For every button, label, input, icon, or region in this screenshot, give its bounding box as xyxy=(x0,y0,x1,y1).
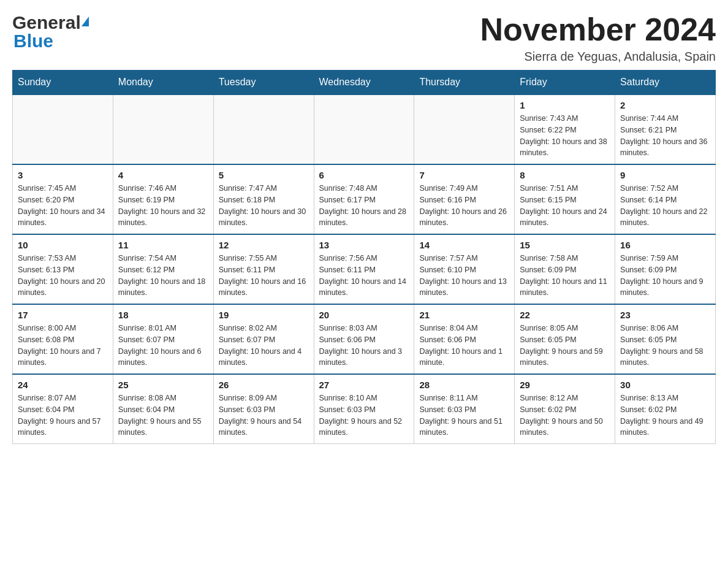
calendar-cell: 11Sunrise: 7:54 AMSunset: 6:12 PMDayligh… xyxy=(113,234,213,304)
calendar-cell xyxy=(113,94,213,164)
calendar-cell: 7Sunrise: 7:49 AMSunset: 6:16 PMDaylight… xyxy=(414,164,515,234)
day-number: 23 xyxy=(620,310,710,320)
day-info: Sunrise: 7:43 AMSunset: 6:22 PMDaylight:… xyxy=(520,113,610,159)
weekday-header-tuesday: Tuesday xyxy=(213,71,314,95)
weekday-header-sunday: Sunday xyxy=(13,71,113,95)
calendar-cell: 26Sunrise: 8:09 AMSunset: 6:03 PMDayligh… xyxy=(213,374,314,444)
weekday-header-wednesday: Wednesday xyxy=(314,71,414,95)
day-number: 18 xyxy=(118,310,208,320)
calendar-week-2: 3Sunrise: 7:45 AMSunset: 6:20 PMDaylight… xyxy=(13,164,716,234)
day-number: 15 xyxy=(520,240,610,250)
calendar-week-1: 1Sunrise: 7:43 AMSunset: 6:22 PMDaylight… xyxy=(13,94,716,164)
day-info: Sunrise: 7:54 AMSunset: 6:12 PMDaylight:… xyxy=(118,253,208,299)
calendar-cell xyxy=(13,94,113,164)
day-info: Sunrise: 7:48 AMSunset: 6:17 PMDaylight:… xyxy=(319,183,409,229)
day-info: Sunrise: 8:08 AMSunset: 6:04 PMDaylight:… xyxy=(118,393,208,439)
day-info: Sunrise: 7:47 AMSunset: 6:18 PMDaylight:… xyxy=(219,183,309,229)
day-number: 10 xyxy=(18,240,108,250)
day-number: 17 xyxy=(18,310,108,320)
day-number: 7 xyxy=(419,170,509,180)
page-title: November 2024 xyxy=(480,12,716,47)
calendar-cell: 27Sunrise: 8:10 AMSunset: 6:03 PMDayligh… xyxy=(314,374,414,444)
calendar-cell xyxy=(314,94,414,164)
page-subtitle: Sierra de Yeguas, Andalusia, Spain xyxy=(480,50,716,64)
day-info: Sunrise: 8:01 AMSunset: 6:07 PMDaylight:… xyxy=(118,323,208,369)
calendar-week-4: 17Sunrise: 8:00 AMSunset: 6:08 PMDayligh… xyxy=(13,304,716,374)
calendar-table: SundayMondayTuesdayWednesdayThursdayFrid… xyxy=(12,70,716,444)
day-info: Sunrise: 8:09 AMSunset: 6:03 PMDaylight:… xyxy=(219,393,309,439)
calendar-cell: 22Sunrise: 8:05 AMSunset: 6:05 PMDayligh… xyxy=(515,304,615,374)
day-number: 12 xyxy=(219,240,309,250)
day-number: 19 xyxy=(219,310,309,320)
day-info: Sunrise: 8:06 AMSunset: 6:05 PMDaylight:… xyxy=(620,323,710,369)
day-info: Sunrise: 7:53 AMSunset: 6:13 PMDaylight:… xyxy=(18,253,108,299)
day-info: Sunrise: 8:02 AMSunset: 6:07 PMDaylight:… xyxy=(219,323,309,369)
day-info: Sunrise: 8:05 AMSunset: 6:05 PMDaylight:… xyxy=(520,323,610,369)
logo-general: General xyxy=(12,12,81,33)
day-number: 5 xyxy=(219,170,309,180)
day-number: 11 xyxy=(118,240,208,250)
day-info: Sunrise: 8:13 AMSunset: 6:02 PMDaylight:… xyxy=(620,393,710,439)
calendar-cell: 14Sunrise: 7:57 AMSunset: 6:10 PMDayligh… xyxy=(414,234,515,304)
calendar-cell: 4Sunrise: 7:46 AMSunset: 6:19 PMDaylight… xyxy=(113,164,213,234)
calendar-cell: 10Sunrise: 7:53 AMSunset: 6:13 PMDayligh… xyxy=(13,234,113,304)
logo-blue: Blue xyxy=(12,31,53,52)
calendar-cell: 1Sunrise: 7:43 AMSunset: 6:22 PMDaylight… xyxy=(515,94,615,164)
day-info: Sunrise: 8:00 AMSunset: 6:08 PMDaylight:… xyxy=(18,323,108,369)
page-header: General Blue November 2024 Sierra de Yeg… xyxy=(12,12,716,64)
day-info: Sunrise: 7:49 AMSunset: 6:16 PMDaylight:… xyxy=(419,183,509,229)
calendar-cell: 5Sunrise: 7:47 AMSunset: 6:18 PMDaylight… xyxy=(213,164,314,234)
calendar-cell: 29Sunrise: 8:12 AMSunset: 6:02 PMDayligh… xyxy=(515,374,615,444)
day-number: 28 xyxy=(419,380,509,390)
calendar-cell: 16Sunrise: 7:59 AMSunset: 6:09 PMDayligh… xyxy=(615,234,716,304)
day-info: Sunrise: 7:44 AMSunset: 6:21 PMDaylight:… xyxy=(620,113,710,159)
day-info: Sunrise: 7:58 AMSunset: 6:09 PMDaylight:… xyxy=(520,253,610,299)
calendar-cell: 6Sunrise: 7:48 AMSunset: 6:17 PMDaylight… xyxy=(314,164,414,234)
day-info: Sunrise: 8:07 AMSunset: 6:04 PMDaylight:… xyxy=(18,393,108,439)
day-info: Sunrise: 8:10 AMSunset: 6:03 PMDaylight:… xyxy=(319,393,409,439)
weekday-header-row: SundayMondayTuesdayWednesdayThursdayFrid… xyxy=(13,71,716,95)
day-number: 9 xyxy=(620,170,710,180)
weekday-header-saturday: Saturday xyxy=(615,71,716,95)
logo: General Blue xyxy=(12,12,89,52)
day-number: 6 xyxy=(319,170,409,180)
day-number: 26 xyxy=(219,380,309,390)
day-number: 21 xyxy=(419,310,509,320)
weekday-header-monday: Monday xyxy=(113,71,213,95)
calendar-cell: 3Sunrise: 7:45 AMSunset: 6:20 PMDaylight… xyxy=(13,164,113,234)
calendar-week-3: 10Sunrise: 7:53 AMSunset: 6:13 PMDayligh… xyxy=(13,234,716,304)
day-info: Sunrise: 7:55 AMSunset: 6:11 PMDaylight:… xyxy=(219,253,309,299)
day-number: 2 xyxy=(620,100,710,110)
calendar-cell: 12Sunrise: 7:55 AMSunset: 6:11 PMDayligh… xyxy=(213,234,314,304)
day-number: 25 xyxy=(118,380,208,390)
calendar-cell: 13Sunrise: 7:56 AMSunset: 6:11 PMDayligh… xyxy=(314,234,414,304)
day-number: 29 xyxy=(520,380,610,390)
calendar-cell: 17Sunrise: 8:00 AMSunset: 6:08 PMDayligh… xyxy=(13,304,113,374)
day-info: Sunrise: 8:12 AMSunset: 6:02 PMDaylight:… xyxy=(520,393,610,439)
calendar-cell: 24Sunrise: 8:07 AMSunset: 6:04 PMDayligh… xyxy=(13,374,113,444)
day-info: Sunrise: 8:11 AMSunset: 6:03 PMDaylight:… xyxy=(419,393,509,439)
calendar-cell: 19Sunrise: 8:02 AMSunset: 6:07 PMDayligh… xyxy=(213,304,314,374)
day-number: 13 xyxy=(319,240,409,250)
calendar-cell: 28Sunrise: 8:11 AMSunset: 6:03 PMDayligh… xyxy=(414,374,515,444)
calendar-cell: 2Sunrise: 7:44 AMSunset: 6:21 PMDaylight… xyxy=(615,94,716,164)
day-number: 16 xyxy=(620,240,710,250)
day-info: Sunrise: 7:59 AMSunset: 6:09 PMDaylight:… xyxy=(620,253,710,299)
day-info: Sunrise: 7:45 AMSunset: 6:20 PMDaylight:… xyxy=(18,183,108,229)
day-number: 27 xyxy=(319,380,409,390)
calendar-cell xyxy=(213,94,314,164)
day-number: 4 xyxy=(118,170,208,180)
day-info: Sunrise: 8:04 AMSunset: 6:06 PMDaylight:… xyxy=(419,323,509,369)
day-number: 24 xyxy=(18,380,108,390)
calendar-cell: 18Sunrise: 8:01 AMSunset: 6:07 PMDayligh… xyxy=(113,304,213,374)
day-number: 22 xyxy=(520,310,610,320)
day-number: 1 xyxy=(520,100,610,110)
day-info: Sunrise: 7:57 AMSunset: 6:10 PMDaylight:… xyxy=(419,253,509,299)
day-number: 20 xyxy=(319,310,409,320)
logo-arrow-icon xyxy=(82,17,89,26)
day-number: 8 xyxy=(520,170,610,180)
calendar-cell: 21Sunrise: 8:04 AMSunset: 6:06 PMDayligh… xyxy=(414,304,515,374)
calendar-cell: 8Sunrise: 7:51 AMSunset: 6:15 PMDaylight… xyxy=(515,164,615,234)
calendar-cell: 30Sunrise: 8:13 AMSunset: 6:02 PMDayligh… xyxy=(615,374,716,444)
day-number: 30 xyxy=(620,380,710,390)
